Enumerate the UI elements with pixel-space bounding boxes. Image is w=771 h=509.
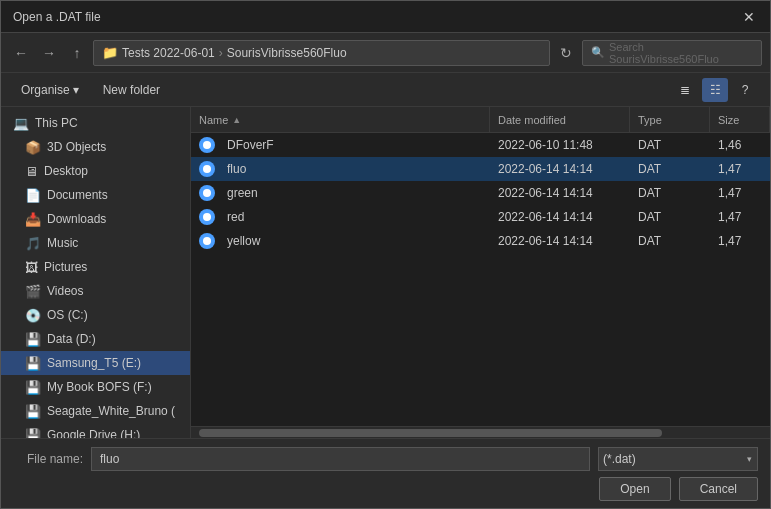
file-row-yellow[interactable]: yellow 2022-06-14 14:14 DAT 1,47 xyxy=(191,229,770,253)
col-header-name[interactable]: Name ▲ xyxy=(191,107,490,132)
file-icon-yellow xyxy=(199,233,215,249)
google-drive-icon: 💾 xyxy=(25,428,41,439)
main-content: 💻 This PC 📦 3D Objects 🖥 Desktop 📄 Docum… xyxy=(1,107,770,438)
seagate-label: Seagate_White_Bruno ( xyxy=(47,404,175,418)
back-button[interactable]: ← xyxy=(9,41,33,65)
desktop-icon: 🖥 xyxy=(25,164,38,179)
music-icon: 🎵 xyxy=(25,236,41,251)
google-drive-label: Google Drive (H:) xyxy=(47,428,140,438)
new-folder-button[interactable]: New folder xyxy=(95,80,168,100)
file-cell-name-red: red xyxy=(191,205,490,228)
address-bar: ← → ↑ 📁 Tests 2022-06-01 › SourisVibriss… xyxy=(1,33,770,73)
help-button[interactable]: ? xyxy=(732,78,758,102)
seagate-icon: 💾 xyxy=(25,404,41,419)
file-cell-modified-green: 2022-06-14 14:14 xyxy=(490,181,630,204)
sidebar-item-os-c[interactable]: 💿 OS (C:) xyxy=(1,303,190,327)
this-pc-label: This PC xyxy=(35,116,78,130)
sidebar-item-downloads[interactable]: 📥 Downloads xyxy=(1,207,190,231)
sidebar: 💻 This PC 📦 3D Objects 🖥 Desktop 📄 Docum… xyxy=(1,107,191,438)
organise-arrow: ▾ xyxy=(73,83,79,97)
sidebar-item-google-drive[interactable]: 💾 Google Drive (H:) xyxy=(1,423,190,438)
desktop-label: Desktop xyxy=(44,164,88,178)
file-icon-red xyxy=(199,209,215,225)
bottom-bar: File name: (*.dat) (*.txt) (*.csv) All f… xyxy=(1,438,770,508)
file-cell-name-green: green xyxy=(191,181,490,204)
downloads-icon: 📥 xyxy=(25,212,41,227)
close-button[interactable]: ✕ xyxy=(736,6,762,28)
buttons-row: Open Cancel xyxy=(13,477,758,501)
my-book-icon: 💾 xyxy=(25,380,41,395)
file-cell-size-dfoverf: 1,46 xyxy=(710,133,770,156)
file-cell-type-dfoverf: DAT xyxy=(630,133,710,156)
sidebar-item-samsung-t5[interactable]: 💾 Samsung_T5 (E:) xyxy=(1,351,190,375)
file-row-fluo[interactable]: fluo 2022-06-14 14:14 DAT 1,47 xyxy=(191,157,770,181)
organise-label: Organise xyxy=(21,83,70,97)
file-cell-type-green: DAT xyxy=(630,181,710,204)
file-row-red[interactable]: red 2022-06-14 14:14 DAT 1,47 xyxy=(191,205,770,229)
pictures-label: Pictures xyxy=(44,260,87,274)
search-box[interactable]: 🔍 Search SourisVibrisse560Fluo xyxy=(582,40,762,66)
path-segment-2: SourisVibrisse560Fluo xyxy=(227,46,347,60)
search-placeholder: Search SourisVibrisse560Fluo xyxy=(609,41,753,65)
dialog-window: Open a .DAT file ✕ ← → ↑ 📁 Tests 2022-06… xyxy=(0,0,771,509)
title-bar: Open a .DAT file ✕ xyxy=(1,1,770,33)
os-c-label: OS (C:) xyxy=(47,308,88,322)
sidebar-item-my-book[interactable]: 💾 My Book BOFS (F:) xyxy=(1,375,190,399)
sidebar-item-documents[interactable]: 📄 Documents xyxy=(1,183,190,207)
file-row-green[interactable]: green 2022-06-14 14:14 DAT 1,47 xyxy=(191,181,770,205)
refresh-button[interactable]: ↻ xyxy=(554,41,578,65)
up-button[interactable]: ↑ xyxy=(65,41,89,65)
file-icon-fluo xyxy=(199,161,215,177)
filetype-select-wrapper[interactable]: (*.dat) (*.txt) (*.csv) All files (*.*) … xyxy=(598,447,758,471)
hscrollbar-thumb[interactable] xyxy=(199,429,662,437)
col-header-modified[interactable]: Date modified xyxy=(490,107,630,132)
path-separator: › xyxy=(219,46,223,60)
file-area: Name ▲ Date modified Type Size xyxy=(191,107,770,438)
3d-objects-label: 3D Objects xyxy=(47,140,106,154)
sidebar-item-3d-objects[interactable]: 📦 3D Objects xyxy=(1,135,190,159)
col-header-type[interactable]: Type xyxy=(630,107,710,132)
path-segment-1: Tests 2022-06-01 xyxy=(122,46,215,60)
filename-red: red xyxy=(227,210,244,224)
cancel-button[interactable]: Cancel xyxy=(679,477,758,501)
sidebar-item-this-pc[interactable]: 💻 This PC xyxy=(1,111,190,135)
file-list[interactable]: DFoverF 2022-06-10 11:48 DAT 1,46 fluo 2… xyxy=(191,133,770,426)
file-cell-name-yellow: yellow xyxy=(191,229,490,252)
dialog-title: Open a .DAT file xyxy=(13,10,101,24)
new-folder-label: New folder xyxy=(103,83,160,97)
sidebar-item-pictures[interactable]: 🖼 Pictures xyxy=(1,255,190,279)
file-cell-name-dfoverf: DFoverF xyxy=(191,133,490,156)
3d-objects-icon: 📦 xyxy=(25,140,41,155)
file-cell-modified-fluo: 2022-06-14 14:14 xyxy=(490,157,630,180)
filename-input[interactable] xyxy=(91,447,590,471)
view-list-button[interactable]: ≣ xyxy=(672,78,698,102)
downloads-label: Downloads xyxy=(47,212,106,226)
videos-label: Videos xyxy=(47,284,83,298)
sort-arrow: ▲ xyxy=(232,115,241,125)
sidebar-item-seagate[interactable]: 💾 Seagate_White_Bruno ( xyxy=(1,399,190,423)
sidebar-item-data-d[interactable]: 💾 Data (D:) xyxy=(1,327,190,351)
sidebar-item-desktop[interactable]: 🖥 Desktop xyxy=(1,159,190,183)
filetype-select[interactable]: (*.dat) (*.txt) (*.csv) All files (*.*) xyxy=(598,447,758,471)
sidebar-item-music[interactable]: 🎵 Music xyxy=(1,231,190,255)
open-button[interactable]: Open xyxy=(599,477,670,501)
file-cell-size-fluo: 1,47 xyxy=(710,157,770,180)
sidebar-item-videos[interactable]: 🎬 Videos xyxy=(1,279,190,303)
organise-button[interactable]: Organise ▾ xyxy=(13,80,87,100)
hscrollbar-track[interactable] xyxy=(191,426,770,438)
data-d-label: Data (D:) xyxy=(47,332,96,346)
file-row-dfoverf[interactable]: DFoverF 2022-06-10 11:48 DAT 1,46 xyxy=(191,133,770,157)
forward-button[interactable]: → xyxy=(37,41,61,65)
file-cell-size-red: 1,47 xyxy=(710,205,770,228)
view-details-button[interactable]: ☷ xyxy=(702,78,728,102)
file-icon-dfoverf xyxy=(199,137,215,153)
path-folder-icon: 📁 xyxy=(102,45,118,60)
filename-fluo: fluo xyxy=(227,162,246,176)
music-label: Music xyxy=(47,236,78,250)
this-pc-icon: 💻 xyxy=(13,116,29,131)
address-path[interactable]: 📁 Tests 2022-06-01 › SourisVibrisse560Fl… xyxy=(93,40,550,66)
samsung-t5-icon: 💾 xyxy=(25,356,41,371)
col-header-size[interactable]: Size xyxy=(710,107,770,132)
filename-yellow: yellow xyxy=(227,234,260,248)
filename-label: File name: xyxy=(13,452,83,466)
